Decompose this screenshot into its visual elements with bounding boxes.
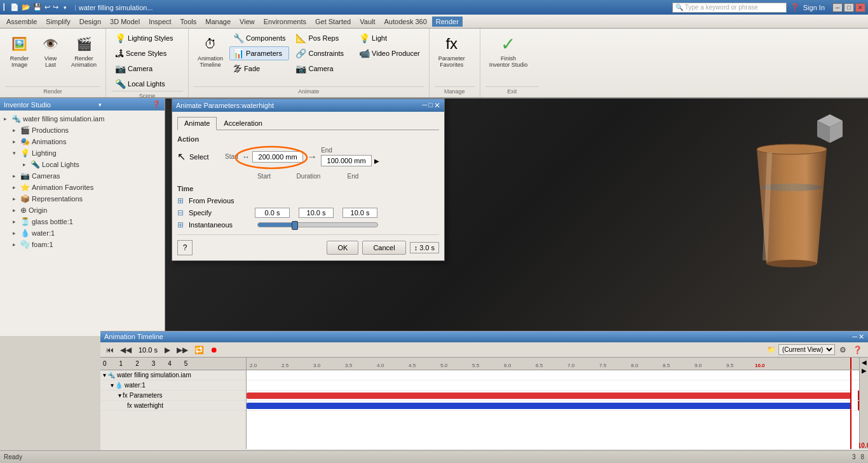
tree-item-productions[interactable]: ▸ 🎬 Productions xyxy=(3,124,162,136)
menu-render[interactable]: Render xyxy=(432,17,463,27)
svg-point-2 xyxy=(766,260,817,267)
help-dropdown-icon[interactable]: ▾ xyxy=(64,4,67,11)
menu-design[interactable]: Design xyxy=(76,17,105,27)
instantaneous-slider[interactable] xyxy=(257,222,378,227)
scroll-left-button[interactable]: ◀ xyxy=(862,359,867,366)
dialog-tab-animate[interactable]: Animate xyxy=(177,117,217,130)
playback-record-button[interactable]: ⏺ xyxy=(208,345,220,355)
menu-tools[interactable]: Tools xyxy=(177,17,201,27)
playback-rewind-button[interactable]: ⏮ xyxy=(104,345,116,355)
ribbon-btn-components[interactable]: 🔧 Components xyxy=(229,31,289,45)
ribbon-btn-finish-inventor-studio[interactable]: ✓ FinishInventor Studio xyxy=(485,31,532,70)
menu-3dmodel[interactable]: 3D Model xyxy=(106,17,144,27)
timeline-close-button[interactable]: ✕ xyxy=(858,333,864,341)
ribbon-btn-lighting-styles[interactable]: 💡 Lighting Styles xyxy=(111,31,183,45)
playback-play-button[interactable]: ▶ xyxy=(163,345,172,355)
sign-in-label[interactable]: Sign In xyxy=(803,4,825,11)
menu-vault[interactable]: Vault xyxy=(356,17,379,27)
redo-icon[interactable]: ↪ xyxy=(53,3,58,11)
ribbon-btn-view-last[interactable]: 👁️ ViewLast xyxy=(36,31,65,70)
timeline-settings-btn[interactable]: ⚙ xyxy=(837,345,848,355)
ribbon-btn-light[interactable]: 💡 Light xyxy=(355,31,424,45)
help-icon[interactable]: ❓ xyxy=(790,3,799,11)
tree-item-anim-favorites[interactable]: ▸ ⭐ Animation Favorites xyxy=(3,182,162,193)
ribbon-btn-render-image[interactable]: 🖼️ RenderImage xyxy=(5,31,34,70)
ribbon-btn-parameter-favorites[interactable]: fx ParameterFavorites xyxy=(435,31,469,70)
tl-track-waterhight[interactable]: fx waterhight xyxy=(100,401,246,411)
ribbon-btn-local-lights[interactable]: 🔦 Local Lights xyxy=(111,77,183,91)
slider-handle[interactable] xyxy=(292,221,298,230)
dialog-min-button[interactable]: ─ xyxy=(423,101,428,110)
ribbon-btn-render-animation[interactable]: 🎬 RenderAnimation xyxy=(67,31,100,70)
menu-assemble[interactable]: Assemble xyxy=(3,17,41,27)
ribbon-btn-camera-animate[interactable]: 📷 Camera xyxy=(292,62,348,76)
timeline-playhead[interactable] xyxy=(850,370,851,449)
ribbon-btn-video-producer[interactable]: 📹 Video Producer xyxy=(355,46,424,60)
cancel-button[interactable]: Cancel xyxy=(362,241,405,255)
undo-icon[interactable]: ↩ xyxy=(44,3,50,11)
fine-mark-3.5: 3.5 xyxy=(345,363,352,368)
tree-item-representations[interactable]: ▸ 📦 Representations xyxy=(3,193,162,205)
select-cursor-icon[interactable]: ↖ xyxy=(177,151,186,163)
dialog-max-button[interactable]: □ xyxy=(428,101,433,110)
ribbon-btn-scene-styles[interactable]: 🏞 Scene Styles xyxy=(111,46,183,60)
timeline-scroll-controls: ◀ ▶ 10.0 xyxy=(859,358,868,449)
tree-item-0[interactable]: ▸ 🔩 water filling simulation.iam xyxy=(3,113,162,124)
ok-button[interactable]: OK xyxy=(327,241,358,255)
lighting-styles-icon: 💡 xyxy=(115,33,126,43)
tree-item-lighting[interactable]: ▾ 💡 Lighting xyxy=(3,147,162,159)
ribbon-btn-fade[interactable]: 🌫 Fade xyxy=(229,62,289,76)
tree-item-animations[interactable]: ▸ 🎭 Animations xyxy=(3,136,162,147)
menu-view[interactable]: View xyxy=(236,17,259,27)
tl-track-parameters[interactable]: ▾ fx Parameters xyxy=(100,391,246,401)
menu-manage[interactable]: Manage xyxy=(201,17,234,27)
render-animation-label: RenderAnimation xyxy=(71,55,97,68)
search-box[interactable]: 🔍 Type a keyword or phrase xyxy=(672,3,787,13)
menu-simplify[interactable]: Simplify xyxy=(42,17,74,27)
tree-item-origin[interactable]: ▸ ⊕ Origin xyxy=(3,205,162,216)
menu-environments[interactable]: Environments xyxy=(260,17,310,27)
new-icon[interactable]: 📄 xyxy=(10,3,19,11)
ribbon-btn-camera-scene[interactable]: 📷 Camera xyxy=(111,62,183,76)
playback-back-button[interactable]: ◀◀ xyxy=(118,345,133,355)
timeline-view-select[interactable]: (Current View) xyxy=(778,344,835,355)
ribbon-btn-parameters[interactable]: 📊 Parameters xyxy=(229,46,289,60)
tl-track-simulation[interactable]: ▾ 🔩 water filling simulation.iam xyxy=(100,370,246,380)
tl-track-water[interactable]: ▾ 💧 water:1 xyxy=(100,380,246,391)
time-sync-icon[interactable]: ↕ xyxy=(414,244,418,252)
ribbon-group-exit-label: Exit xyxy=(485,86,539,95)
tree-item-local-lights[interactable]: ▸ 🔦 Local Lights xyxy=(3,159,162,170)
scroll-right-button[interactable]: ▶ xyxy=(862,367,867,374)
ribbon-group-manage-label: Manage xyxy=(435,86,475,95)
fine-mark-9.0: 9.0 xyxy=(695,363,702,368)
timeline-help-btn[interactable]: ❓ xyxy=(851,345,864,355)
ribbon-btn-animation-timeline[interactable]: ⏱ AnimationTimeline xyxy=(194,31,227,70)
playback-forward-button[interactable]: ▶▶ xyxy=(175,345,190,355)
tree-item-foam[interactable]: ▸ 🫧 foam:1 xyxy=(3,239,162,250)
menu-autodesk360[interactable]: Autodesk 360 xyxy=(381,17,431,27)
window-min-button[interactable]: ─ xyxy=(832,3,843,12)
tree-item-glass-bottle[interactable]: ▸ 🫙 glass bottle:1 xyxy=(3,216,162,227)
dialog-help-button[interactable]: ? xyxy=(177,240,193,255)
window-close-button[interactable]: ✕ xyxy=(855,3,865,12)
end-dropdown-icon[interactable]: ▶ xyxy=(374,158,379,164)
window-max-button[interactable]: □ xyxy=(844,3,854,12)
ribbon-btn-pos-reps[interactable]: 📐 Pos Reps xyxy=(292,31,348,45)
save-icon[interactable]: 💾 xyxy=(33,3,42,11)
menu-inspect[interactable]: Inspect xyxy=(145,17,175,27)
timeline-min-button[interactable]: ─ xyxy=(852,333,857,341)
ribbon-btn-constraints[interactable]: 🔗 Constraints xyxy=(292,46,348,60)
duration-value[interactable]: 10.0 s xyxy=(299,208,334,218)
open-icon[interactable]: 📂 xyxy=(22,3,31,11)
sidebar-help-icon[interactable]: ❓ xyxy=(152,100,161,109)
dialog-tab-acceleration[interactable]: Acceleration xyxy=(217,117,269,130)
start-time-value[interactable]: 0.0 s xyxy=(255,208,290,218)
tree-item-cameras[interactable]: ▸ 📷 Cameras xyxy=(3,170,162,182)
playback-loop-button[interactable]: 🔁 xyxy=(193,345,206,355)
dialog-close-button[interactable]: ✕ xyxy=(434,101,440,110)
sidebar-dropdown-icon[interactable]: ▾ xyxy=(98,102,102,108)
menu-getstarted[interactable]: Get Started xyxy=(311,17,355,27)
tree-item-water[interactable]: ▸ 💧 water:1 xyxy=(3,227,162,239)
end-time-value[interactable]: 10.0 s xyxy=(342,208,377,218)
end-value-input[interactable]: 100.000 mm xyxy=(321,155,372,166)
